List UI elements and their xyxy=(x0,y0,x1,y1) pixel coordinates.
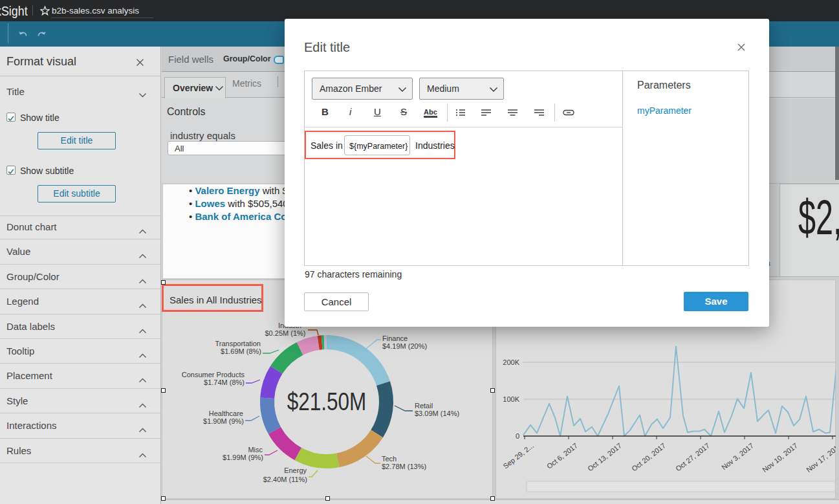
svg-text:$2.78M (13%): $2.78M (13%) xyxy=(382,463,426,470)
svg-text:$1.69M (8%): $1.69M (8%) xyxy=(221,347,261,355)
svg-text:Healthcare: Healthcare xyxy=(209,410,243,417)
svg-text:Oct 13, 2017: Oct 13, 2017 xyxy=(586,441,623,472)
svg-text:Oct 6, 2017: Oct 6, 2017 xyxy=(545,441,579,470)
svg-text:Tech: Tech xyxy=(382,455,397,463)
svg-text:Misc: Misc xyxy=(248,446,263,454)
svg-text:$4.19M (20%): $4.19M (20%) xyxy=(382,342,427,350)
svg-text:Oct 20, 2017: Oct 20, 2017 xyxy=(630,441,667,472)
svg-text:Consumer Products: Consumer Products xyxy=(182,371,245,378)
svg-text:Nov 17, 2017: Nov 17, 2017 xyxy=(805,441,836,474)
svg-text:Retail: Retail xyxy=(415,402,433,410)
svg-text:Oct 27, 2017: Oct 27, 2017 xyxy=(674,441,711,472)
svg-text:$1.99M (9%): $1.99M (9%) xyxy=(223,454,263,461)
svg-text:Nov 10, 2017: Nov 10, 2017 xyxy=(761,441,799,474)
svg-text:0: 0 xyxy=(516,432,519,440)
svg-text:Finance: Finance xyxy=(382,334,408,342)
svg-text:100K: 100K xyxy=(503,395,519,403)
svg-text:Sep 29, 2...: Sep 29, 2... xyxy=(501,441,535,470)
svg-text:$0.25M (1%): $0.25M (1%) xyxy=(265,329,306,337)
svg-text:Transportation: Transportation xyxy=(215,340,261,347)
svg-text:200K: 200K xyxy=(503,358,519,366)
svg-text:$21.50M: $21.50M xyxy=(287,388,367,415)
svg-text:$2.40M (11%): $2.40M (11%) xyxy=(263,476,307,483)
svg-text:$1.90M (9%): $1.90M (9%) xyxy=(203,417,244,425)
svg-text:Nov 3, 2017: Nov 3, 2017 xyxy=(720,441,755,471)
svg-text:$1.74M (8%): $1.74M (8%) xyxy=(204,378,245,386)
svg-text:$3.09M (14%): $3.09M (14%) xyxy=(415,410,459,417)
svg-text:Energy: Energy xyxy=(284,466,307,474)
